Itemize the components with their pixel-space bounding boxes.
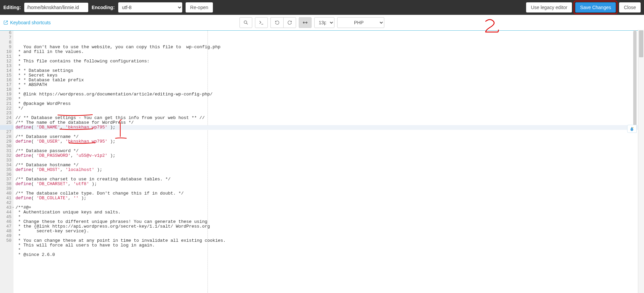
- code-line[interactable]: * This will force all users to have to l…: [15, 243, 644, 248]
- code-line[interactable]: define( 'DB_USER', 'bknskhan_wp795' );: [15, 139, 644, 144]
- line-number: 19: [0, 92, 11, 97]
- code-content[interactable]: You don't have to use the website, you c…: [13, 31, 644, 293]
- wrap-icon: [302, 20, 308, 25]
- code-line[interactable]: /** The name of the database for WordPre…: [15, 120, 644, 125]
- code-line[interactable]: * @link https://wordpress.org/documentat…: [15, 92, 644, 97]
- code-line[interactable]: * This file contains the following confi…: [15, 59, 644, 64]
- line-number: 24: [0, 116, 11, 120]
- svg-point-4: [633, 127, 633, 128]
- code-line[interactable]: * Change these to different unique phras…: [15, 219, 644, 224]
- code-line[interactable]: * and fill in the values.: [15, 50, 644, 54]
- droplet-icon: [630, 126, 634, 131]
- code-line[interactable]: define( 'DB_PASSWORD', 'u5S@v-v1p2' );: [15, 153, 644, 158]
- line-number: 22: [0, 106, 11, 111]
- encoding-label: Encoding:: [92, 5, 115, 10]
- line-number: 15: [0, 73, 11, 78]
- line-number: 47: [0, 224, 11, 229]
- reopen-button[interactable]: Re-open: [186, 2, 213, 12]
- editor-scrollbar-thumb[interactable]: [633, 30, 637, 131]
- keyboard-shortcuts-link[interactable]: Keyboard shortcuts: [3, 20, 51, 25]
- line-number: 34: [0, 163, 11, 168]
- page-scrollbar-thumb[interactable]: [639, 30, 643, 57]
- code-line[interactable]: *: [15, 87, 644, 92]
- code-line[interactable]: *: [15, 54, 644, 59]
- terminal-icon: [259, 20, 264, 25]
- code-line[interactable]: define( 'DB_CHARSET', 'utf8' );: [15, 182, 644, 186]
- use-legacy-editor-button[interactable]: Use legacy editor: [526, 2, 572, 12]
- code-line[interactable]: * @package WordPress: [15, 101, 644, 106]
- code-line[interactable]: [15, 158, 644, 163]
- line-number: 8: [0, 40, 11, 45]
- code-line[interactable]: You don't have to use the website, you c…: [15, 45, 644, 50]
- code-line[interactable]: /** Database charset to use in creating …: [15, 177, 644, 182]
- code-line[interactable]: * secret-key service}.: [15, 229, 644, 234]
- code-line[interactable]: [15, 172, 644, 177]
- line-number: 35: [0, 168, 11, 172]
- undo-button[interactable]: [270, 17, 283, 28]
- line-number: 39: [0, 186, 11, 191]
- code-line[interactable]: *: [15, 248, 644, 253]
- editor-scrollbar[interactable]: [633, 30, 637, 239]
- search-button[interactable]: [239, 17, 252, 28]
- page-scrollbar[interactable]: [638, 30, 644, 293]
- code-line[interactable]: * * Database settings: [15, 68, 644, 73]
- code-line[interactable]: define( 'DB_NAME', 'bknskhan_wp795' );: [15, 125, 644, 130]
- code-line[interactable]: /**#@+▾: [15, 205, 644, 210]
- code-line[interactable]: * @since 2.6.0: [15, 253, 644, 257]
- code-line[interactable]: *: [15, 97, 644, 101]
- close-button[interactable]: Close: [619, 2, 641, 12]
- terminal-button[interactable]: [255, 17, 268, 28]
- code-line[interactable]: [15, 144, 644, 149]
- code-line[interactable]: [15, 130, 644, 135]
- line-number: 21: [0, 101, 11, 106]
- language-select[interactable]: PHP: [337, 17, 384, 28]
- code-line[interactable]: // ** Database settings - You can get th…: [15, 116, 644, 120]
- svg-point-0: [244, 21, 247, 24]
- code-line[interactable]: * Authentication unique keys and salts.: [15, 210, 644, 215]
- font-size-select[interactable]: 13px: [314, 17, 334, 28]
- line-number: 33: [0, 158, 11, 163]
- line-number: 11: [0, 54, 11, 59]
- line-number: 45: [0, 215, 11, 219]
- code-line[interactable]: * the {@link https://api.wordpress.org/s…: [15, 224, 644, 229]
- line-number: 44: [0, 210, 11, 215]
- code-line[interactable]: * You can change these at any point in t…: [15, 238, 644, 243]
- save-changes-button[interactable]: Save Changes: [575, 2, 616, 12]
- line-number: 30: [0, 144, 11, 149]
- line-number: 25: [0, 120, 11, 125]
- code-line[interactable]: *: [15, 64, 644, 68]
- code-line[interactable]: * * Database table prefix: [15, 78, 644, 83]
- assistant-widget[interactable]: [627, 125, 637, 133]
- code-line[interactable]: *: [15, 215, 644, 219]
- fold-marker[interactable]: ▾: [11, 205, 15, 210]
- code-line[interactable]: /** Database hostname */: [15, 163, 644, 168]
- code-line[interactable]: define( 'DB_COLLATE', '' );: [15, 196, 644, 201]
- wrap-toggle-button[interactable]: [299, 17, 312, 28]
- line-number: 27: [0, 130, 11, 135]
- redo-button[interactable]: [283, 17, 296, 28]
- code-line[interactable]: [15, 201, 644, 205]
- code-editor[interactable]: 6789101112131415161718192021222324252627…: [0, 31, 644, 293]
- line-number: 17: [0, 83, 11, 87]
- encoding-select[interactable]: utf-8: [118, 2, 182, 12]
- line-number: 31: [0, 149, 11, 153]
- code-line[interactable]: * * ABSPATH: [15, 83, 644, 87]
- line-number: 42: [0, 201, 11, 205]
- line-number: 18: [0, 87, 11, 92]
- code-line[interactable]: /** Database username */: [15, 135, 644, 139]
- code-line[interactable]: [15, 186, 644, 191]
- code-line[interactable]: * * Secret keys: [15, 73, 644, 78]
- file-path-input[interactable]: [24, 3, 88, 12]
- code-line[interactable]: */: [15, 106, 644, 111]
- code-line[interactable]: /** Database password */: [15, 149, 644, 153]
- line-number: 23: [0, 111, 11, 116]
- search-icon: [243, 20, 249, 25]
- code-line[interactable]: define( 'DB_HOST', 'localhost' );: [15, 168, 644, 172]
- line-number: 28: [0, 135, 11, 139]
- code-line[interactable]: [15, 111, 644, 116]
- code-line[interactable]: *: [15, 234, 644, 238]
- line-number: 37: [0, 177, 11, 182]
- line-number: 29: [0, 139, 11, 144]
- code-line[interactable]: /** The database collate type. Don't cha…: [15, 191, 644, 196]
- line-number: 16: [0, 78, 11, 83]
